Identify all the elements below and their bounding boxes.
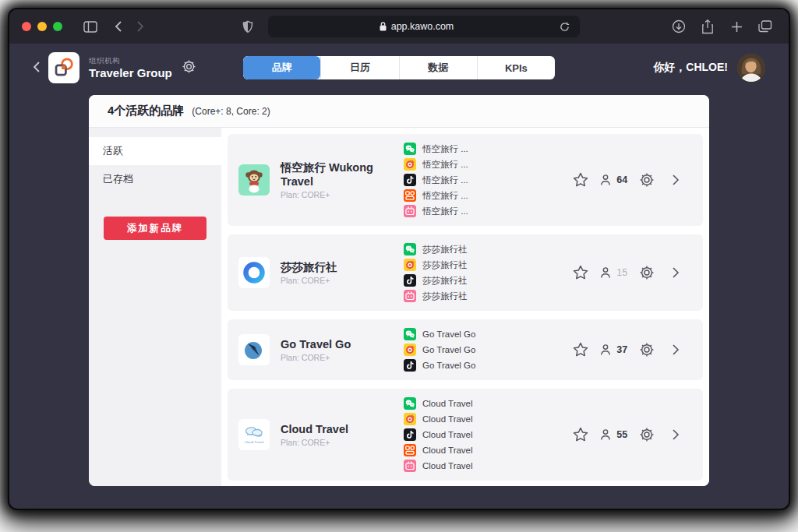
privacy-shield-icon[interactable] [237,16,259,37]
wechat-icon [404,328,416,340]
brand-settings-button[interactable] [631,265,663,280]
channel-item[interactable]: 莎莎旅行社 [404,273,552,288]
org-name: Traveler Group [89,66,172,79]
channel-item[interactable]: 悟空旅行 ... [404,203,552,219]
browser-toolbar: app.kawo.com [9,9,789,44]
member-count: 64 [616,174,627,185]
svg-text:Cloud Travel: Cloud Travel [245,440,264,444]
url-text: app.kawo.com [391,21,454,32]
add-brand-button[interactable]: 添加新品牌 [104,217,207,240]
channel-item[interactable]: Cloud Travel [404,411,552,427]
sidebar-item-活跃[interactable]: 活跃 [89,137,221,165]
brand-settings-button[interactable] [631,342,663,358]
channel-label: 莎莎旅行社 [422,259,468,271]
channel-item[interactable]: 莎莎旅行社 [404,288,552,304]
zoom-button[interactable] [53,22,62,31]
kuaishou-icon [404,444,416,456]
channel-label: 悟空旅行 ... [422,190,468,202]
sidebar-item-已存档[interactable]: 已存档 [89,165,221,193]
org-settings-button[interactable] [182,59,196,77]
channel-label: 悟空旅行 ... [422,159,468,171]
brand-name: 莎莎旅行社 [281,260,404,274]
downloads-button[interactable] [668,16,690,37]
favorite-button[interactable] [566,264,595,281]
lock-icon [380,22,387,31]
tab-数据[interactable]: 数据 [399,56,477,79]
sidebar-toggle-button[interactable] [79,16,101,37]
chevron-right-icon [672,428,680,441]
brand-row[interactable]: Go Travel GoPlan: CORE+Go Travel GoGo Tr… [228,319,703,380]
tab-overview-button[interactable] [754,16,776,37]
douyin-icon [404,274,416,287]
brand-row[interactable]: 莎莎旅行社Plan: CORE+莎莎旅行社莎莎旅行社莎莎旅行社莎莎旅行社15 [228,234,703,311]
channel-item[interactable]: 悟空旅行 ... [404,157,552,172]
channel-item[interactable]: Cloud Travel [404,442,552,458]
brand-name: Go Travel Go [281,337,404,351]
brand-channels: 悟空旅行 ...悟空旅行 ...悟空旅行 ...悟空旅行 ...悟空旅行 ... [404,141,552,219]
people-icon [598,343,613,357]
share-button[interactable] [697,16,719,37]
brand-actions: 64 [552,171,692,188]
channel-item[interactable]: Cloud Travel [404,396,552,411]
brand-row[interactable]: 悟空旅行 Wukong TravelPlan: CORE+悟空旅行 ...悟空旅… [228,134,703,226]
favorite-button[interactable] [566,171,595,188]
channel-item[interactable]: 莎莎旅行社 [404,241,552,257]
open-brand-button[interactable] [663,428,684,441]
minimize-button[interactable] [37,22,47,31]
channel-label: Cloud Travel [422,446,473,455]
org-meta: 组织机构 Traveler Group [89,56,172,79]
tab-品牌[interactable]: 品牌 [243,56,320,79]
channel-label: Go Travel Go [422,361,475,370]
main-nav-tabs: 品牌日历数据KPIs [243,56,555,79]
favorite-button[interactable] [566,341,595,358]
kuaishou-icon [404,189,416,202]
channel-item[interactable]: Cloud Travel [404,458,552,474]
brand-name: Cloud Travel [281,422,404,436]
tab-日历[interactable]: 日历 [320,56,398,79]
channel-item[interactable]: Go Travel Go [404,358,552,373]
team-members[interactable]: 37 [595,343,631,357]
favorite-button[interactable] [566,426,595,443]
channel-label: 莎莎旅行社 [422,244,468,255]
team-members[interactable]: 15 [595,266,631,280]
team-members[interactable]: 64 [595,173,631,187]
brand-settings-button[interactable] [631,427,663,442]
open-brand-button[interactable] [663,174,684,186]
bilibili-icon [404,205,416,217]
team-members[interactable]: 55 [595,428,631,442]
brand-settings-button[interactable] [631,172,663,188]
channel-item[interactable]: Go Travel Go [404,326,552,342]
reload-button[interactable] [558,19,572,33]
tab-KPIs[interactable]: KPIs [477,56,555,79]
channel-item[interactable]: 悟空旅行 ... [404,141,552,157]
member-count: 15 [616,267,627,278]
channel-label: Cloud Travel [422,461,473,470]
channel-item[interactable]: 莎莎旅行社 [404,257,552,273]
open-brand-button[interactable] [663,344,684,356]
people-icon [598,428,613,442]
back-button[interactable] [108,16,129,37]
address-bar[interactable]: app.kawo.com [268,16,580,37]
forward-button[interactable] [129,16,151,37]
user-avatar[interactable] [737,54,765,82]
org-back-button[interactable] [33,59,47,77]
channel-item[interactable]: Go Travel Go [404,342,552,358]
douyin-icon [404,428,416,441]
star-icon [572,264,589,281]
address-area: app.kawo.com [151,16,665,37]
open-brand-button[interactable] [663,266,684,279]
kawo-org-logo[interactable] [48,52,79,83]
bilibili-icon [404,460,416,472]
brand-avatar: Cloud Travel [238,419,270,450]
brand-actions: 55 [552,426,692,443]
greeting-text: 你好，CHLOE! [653,61,728,75]
channel-item[interactable]: 悟空旅行 ... [404,188,552,203]
new-tab-button[interactable] [726,16,747,37]
channel-item[interactable]: 悟空旅行 ... [404,172,552,188]
channel-item[interactable]: Cloud Travel [404,427,552,442]
brand-row[interactable]: Cloud TravelCloud TravelPlan: CORE+Cloud… [228,389,703,481]
brand-info: Go Travel GoPlan: CORE+ [281,337,404,362]
brand-plan: Plan: CORE+ [281,276,404,285]
close-button[interactable] [22,22,31,31]
weibo-icon [404,344,416,356]
